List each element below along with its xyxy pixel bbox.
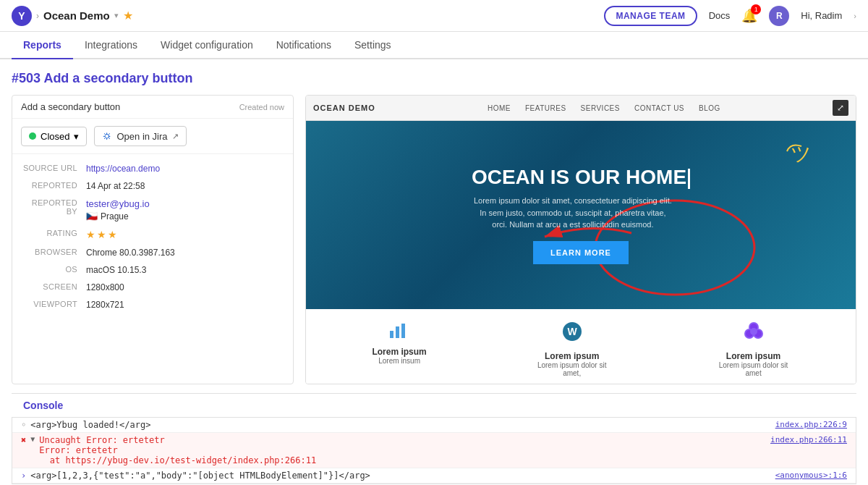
meta-os: OS macOS 10.15.3 (21, 261, 284, 279)
reporter-location: Prague (101, 211, 129, 222)
nav-home: HOME (488, 104, 511, 112)
header-right: MANAGE TEAM Docs 🔔 1 R Hi, Radim › (604, 6, 856, 26)
wave-desc-3: Lorem ipsum dolor sit amet (718, 361, 790, 377)
console-file-3[interactable]: <anonymous>:1:6 (775, 471, 847, 480)
wave-desc-1: Lorem insum (372, 357, 426, 365)
issue-title: #503 Add a secondary button (12, 71, 856, 86)
viewport-value: 1280x721 (86, 300, 124, 310)
console-line-1: ◦ <arg>Ybug loaded!</arg> index.php:226:… (12, 418, 856, 433)
jira-icon: ⛭ (102, 130, 112, 142)
bar-chart-icon (372, 321, 426, 342)
main-content: #503 Add a secondary button Add a second… (0, 59, 868, 484)
header: Y › Ocean Demo ▾ ★ MANAGE TEAM Docs 🔔 1 … (0, 0, 868, 32)
reporter-email[interactable]: tester@ybug.io (86, 198, 150, 209)
meta-browser: BROWSER Chrome 80.0.3987.163 (21, 244, 284, 261)
wave-label-2: Lorem ipsum (536, 351, 608, 361)
console-error-icon: ✖ (21, 435, 26, 445)
console-section: Console ◦ <arg>Ybug loaded!</arg> index.… (12, 393, 856, 484)
screen-value: 1280x800 (86, 282, 124, 292)
clover-icon (718, 321, 790, 347)
status-label: Closed (41, 131, 69, 142)
console-file-2[interactable]: index.php:266:11 (770, 435, 847, 444)
wordpress-icon: W (536, 321, 608, 347)
screenshot-container: OCEAN DEMO HOME FEATURES SERVICES CONTAC… (305, 95, 856, 384)
os-value: macOS 10.15.3 (86, 265, 146, 275)
panel-title: Add a secondary button (21, 101, 120, 112)
notifications-button[interactable]: 🔔 1 (741, 8, 757, 24)
rating-stars: ★★★ (86, 229, 119, 240)
learn-more-button[interactable]: LEARN MORE (533, 241, 629, 264)
viewport-label: VIEWPORT (21, 300, 86, 308)
console-body: ◦ <arg>Ybug loaded!</arg> index.php:226:… (12, 417, 856, 484)
console-text-3: <arg>[1,2,3,{"test":"a","body":"[object … (30, 471, 370, 481)
ocean-hero: ツ OCEAN IS OUR HOME Lorem ipsum dolor si… (306, 121, 856, 309)
nav-blog: BLOG (699, 104, 720, 112)
nav-features: FEATURES (525, 104, 566, 112)
user-chevron-icon[interactable]: › (854, 12, 856, 20)
user-greeting[interactable]: Hi, Radim (801, 10, 842, 21)
console-line-2-left: ✖ ▼ Uncaught Error: ertetetr Error: erte… (21, 435, 316, 465)
cursor (688, 169, 690, 189)
meta-viewport: VIEWPORT 1280x721 (21, 296, 284, 313)
flag-icon: 🇨🇿 (86, 211, 98, 222)
left-panel-header: Add a secondary button Created now (12, 96, 293, 119)
console-expand-icon[interactable]: › (21, 471, 26, 481)
tab-settings[interactable]: Settings (343, 32, 403, 59)
svg-point-14 (750, 328, 757, 335)
docs-link[interactable]: Docs (709, 10, 731, 21)
reported-label: REPORTED (21, 181, 86, 190)
svg-text:ツ: ツ (791, 143, 812, 165)
tab-widget-configuration[interactable]: Widget configuration (149, 32, 265, 59)
svg-rect-4 (396, 326, 399, 338)
open-jira-label: Open in Jira (116, 131, 167, 142)
tab-integrations[interactable]: Integrations (73, 32, 149, 59)
avatar: R (769, 6, 789, 26)
source-url-label: SOURCE URL (21, 164, 86, 172)
wave-section: Lorem ipsum Lorem insum W Lorem ipsum Lo… (306, 309, 856, 384)
screenshot-toolbar: OCEAN DEMO HOME FEATURES SERVICES CONTAC… (306, 96, 856, 121)
console-line-3: › <arg>[1,2,3,{"test":"a","body":"[objec… (12, 468, 856, 484)
header-left: Y › Ocean Demo ▾ ★ (12, 6, 133, 26)
rating-label: RATING (21, 229, 86, 237)
console-line-2: ✖ ▼ Uncaught Error: ertetetr Error: erte… (12, 433, 856, 468)
meta-rating: RATING ★★★ (21, 225, 284, 244)
breadcrumb-separator: › (36, 11, 39, 21)
source-url-value[interactable]: https://ocean.demo (86, 164, 160, 174)
browser-value: Chrome 80.0.3987.163 (86, 248, 175, 258)
expand-screenshot-button[interactable]: ⤢ (833, 100, 848, 116)
manage-team-button[interactable]: MANAGE TEAM (604, 6, 697, 26)
meta-table: SOURCE URL https://ocean.demo REPORTED 1… (12, 154, 293, 319)
meta-screen: SCREEN 1280x800 (21, 279, 284, 296)
project-name: Ocean Demo (43, 9, 110, 22)
wave-desc-2: Lorem ipsum dolor sit amet, (536, 361, 608, 377)
screenshot-site-name: OCEAN DEMO (313, 104, 375, 112)
tab-reports[interactable]: Reports (12, 32, 73, 59)
hero-subtitle: Lorem ipsum dolor sit amet, consectetuer… (472, 195, 674, 231)
console-line-3-left: › <arg>[1,2,3,{"test":"a","body":"[objec… (21, 471, 370, 481)
screenshot-nav: HOME FEATURES SERVICES CONTACT US BLOG (488, 104, 720, 112)
tab-notifications[interactable]: Notifications (265, 32, 343, 59)
left-panel: Add a secondary button Created now Close… (12, 95, 294, 384)
expand-error-arrow[interactable]: ▼ (30, 435, 35, 443)
status-row: Closed ▾ ⛭ Open in Jira ↗ (12, 119, 293, 154)
console-line-1-left: ◦ <arg>Ybug loaded!</arg> (21, 420, 150, 430)
favorite-star-icon[interactable]: ★ (123, 9, 133, 22)
browser-label: BROWSER (21, 248, 86, 256)
status-button[interactable]: Closed ▾ (21, 127, 87, 146)
open-in-jira-button[interactable]: ⛭ Open in Jira ↗ (94, 126, 186, 146)
status-chevron-icon: ▾ (74, 131, 79, 142)
console-text-1: <arg>Ybug loaded!</arg> (30, 420, 150, 430)
wave-item-1: Lorem ipsum Lorem insum (372, 321, 426, 365)
created-timestamp: Created now (239, 103, 284, 111)
os-label: OS (21, 265, 86, 274)
wave-label-1: Lorem ipsum (372, 347, 426, 357)
console-file-1[interactable]: index.php:226:9 (775, 420, 847, 429)
chevron-down-icon[interactable]: ▾ (114, 11, 119, 20)
meta-reported-by: REPORTED BY tester@ybug.io 🇨🇿 Prague (21, 195, 284, 225)
notification-badge: 1 (751, 4, 761, 14)
nav-services: SERVICES (581, 104, 620, 112)
meta-reported: REPORTED 14 Apr at 22:58 (21, 177, 284, 195)
app-logo: Y (12, 6, 32, 26)
console-title: Console (12, 394, 856, 417)
screen-label: SCREEN (21, 282, 86, 291)
